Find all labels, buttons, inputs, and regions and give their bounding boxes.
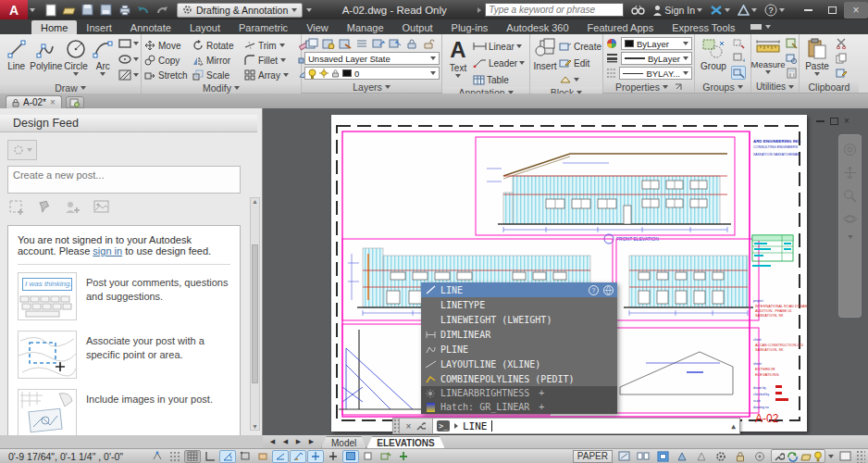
- stretch-button[interactable]: Stretch: [144, 68, 192, 82]
- match-properties-button[interactable]: [834, 66, 849, 80]
- undo-icon[interactable]: [135, 3, 151, 18]
- help-button[interactable]: ?: [764, 4, 785, 17]
- open-icon[interactable]: [61, 3, 77, 18]
- orbit-icon[interactable]: [843, 212, 857, 226]
- expand-plus-icon[interactable]: +: [539, 388, 544, 398]
- recent-commands-caret-icon[interactable]: [454, 423, 458, 429]
- suggestion-pline[interactable]: PLINE: [421, 342, 617, 357]
- dwg-minimize-icon[interactable]: [816, 120, 825, 122]
- grid-toggle[interactable]: [184, 450, 201, 463]
- wrench-icon[interactable]: [415, 421, 426, 432]
- layer-freeze-button[interactable]: [371, 37, 386, 50]
- block-edit-button[interactable]: Edit: [559, 56, 601, 70]
- file-tab-a02[interactable]: A-02* ×: [6, 95, 62, 108]
- layer-off-button[interactable]: [388, 37, 403, 50]
- prev-layout-button[interactable]: ◀: [279, 436, 291, 447]
- feed-scrollbar[interactable]: ▲ ▼: [250, 197, 260, 431]
- quick-view-drawings-button[interactable]: [635, 450, 651, 463]
- workspace-gear-button[interactable]: [713, 450, 729, 463]
- tray-sync-icon[interactable]: [787, 451, 799, 462]
- text-button[interactable]: A Text: [445, 36, 471, 87]
- tab-output[interactable]: Output: [393, 20, 442, 34]
- pin-icon[interactable]: [38, 200, 52, 215]
- save-icon[interactable]: [80, 3, 95, 18]
- panel-groups-footer[interactable]: Groups: [695, 81, 750, 93]
- snap-toggle[interactable]: [167, 450, 183, 463]
- dwg-close-icon[interactable]: ×: [844, 116, 849, 126]
- group-selection-toggle[interactable]: [731, 66, 746, 80]
- suggestion-dimlinear[interactable]: DIMLINEAR: [421, 327, 617, 342]
- scroll-down-icon[interactable]: ▼: [252, 423, 258, 430]
- transparency-toggle[interactable]: [342, 450, 359, 463]
- command-bar-grip[interactable]: [392, 418, 400, 434]
- polar-toggle[interactable]: [219, 450, 236, 463]
- workspace-caret-icon[interactable]: [291, 8, 297, 12]
- layer-state-button[interactable]: [321, 37, 336, 50]
- resize-grip[interactable]: [856, 450, 865, 463]
- circle-caret-icon[interactable]: [73, 72, 79, 76]
- rectangle-button[interactable]: [118, 36, 139, 51]
- table-button[interactable]: Table: [473, 72, 525, 87]
- attach-image-icon[interactable]: [93, 200, 109, 214]
- ellipse-button[interactable]: [118, 52, 139, 67]
- leader-button[interactable]: Leader: [473, 56, 525, 70]
- infocenter-collapse-icon[interactable]: [477, 7, 481, 13]
- paper-model-button[interactable]: PAPER: [573, 450, 613, 463]
- clean-screen-button[interactable]: [837, 450, 853, 463]
- trim-button[interactable]: Trim: [244, 38, 294, 53]
- id-point-button[interactable]: [784, 51, 799, 65]
- new-drawing-tab-button[interactable]: [66, 96, 84, 108]
- app-menu-caret-icon[interactable]: [30, 8, 35, 12]
- hatch-button[interactable]: [118, 68, 139, 82]
- search-input[interactable]: [489, 5, 620, 15]
- tag-person-icon[interactable]: [65, 200, 81, 215]
- panel-draw-footer[interactable]: Draw: [0, 82, 141, 94]
- infer-constraints-toggle[interactable]: [149, 450, 166, 463]
- lineweight-toggle[interactable]: [325, 450, 341, 463]
- dimension-linear-button[interactable]: Linear: [473, 39, 525, 54]
- measure-button[interactable]: Measure: [754, 36, 782, 81]
- minimize-button[interactable]: [796, 2, 820, 19]
- suggestion-search-icon[interactable]: [603, 285, 614, 295]
- dwg-restore-icon[interactable]: [830, 118, 838, 125]
- tab-view[interactable]: View: [297, 20, 338, 34]
- file-tab-close-icon[interactable]: ×: [50, 97, 56, 107]
- scroll-thumb[interactable]: [252, 244, 258, 383]
- panel-properties-footer[interactable]: Properties: [603, 81, 694, 93]
- tab-layout[interactable]: Layout: [180, 20, 229, 34]
- tab-insert[interactable]: Insert: [77, 20, 121, 34]
- block-create-button[interactable]: Create: [559, 39, 601, 54]
- sysvar-linearbrightness[interactable]: LINEARBRIGHTNESS+: [421, 386, 617, 400]
- tab-annotate[interactable]: Annotate: [121, 20, 180, 34]
- copy-clip-button[interactable]: [834, 51, 849, 65]
- tab-featured-apps[interactable]: Featured Apps: [578, 20, 663, 34]
- full-nav-wheel-icon[interactable]: [843, 143, 857, 156]
- saveas-icon[interactable]: [98, 3, 114, 18]
- layer-unlock-button[interactable]: [421, 37, 436, 50]
- suggestion-help-icon[interactable]: ?: [589, 285, 599, 295]
- layer-properties-button[interactable]: [304, 37, 319, 50]
- array-button[interactable]: Array: [244, 68, 294, 82]
- command-history-icon[interactable]: ▲: [731, 422, 736, 431]
- navigation-bar[interactable]: [838, 134, 862, 318]
- mirror-button[interactable]: Mirror: [192, 53, 244, 68]
- exchange-apps-button[interactable]: [710, 5, 730, 16]
- panel-utilities-footer[interactable]: Utilities: [751, 81, 799, 93]
- first-layout-button[interactable]: ◀: [267, 436, 279, 447]
- tab-elevations[interactable]: ELEVATIONS: [366, 436, 444, 448]
- circle-button[interactable]: Circle: [62, 36, 89, 82]
- app-menu-button[interactable]: A: [0, 0, 28, 19]
- command-close-icon[interactable]: ×: [406, 421, 412, 432]
- panel-modify-footer[interactable]: Modify: [142, 82, 301, 94]
- lineweight-dropdown[interactable]: ByLayer: [621, 52, 692, 65]
- suggestion-lineweight[interactable]: LINEWEIGHT (LWEIGHT): [421, 312, 617, 327]
- workspace-switcher[interactable]: Drafting & Annotation: [177, 3, 303, 18]
- design-feed-header[interactable]: Design Feed: [0, 115, 257, 132]
- command-input[interactable]: >_ LINE ▲: [433, 418, 740, 434]
- tab-plugins[interactable]: Plug-ins: [442, 20, 498, 34]
- tab-autodesk360[interactable]: Autodesk 360: [497, 20, 577, 34]
- scale-button[interactable]: Scale: [192, 68, 244, 82]
- close-button[interactable]: ×: [844, 2, 868, 19]
- tab-model[interactable]: Model: [321, 436, 366, 448]
- layer-unisolate-button[interactable]: [354, 37, 369, 50]
